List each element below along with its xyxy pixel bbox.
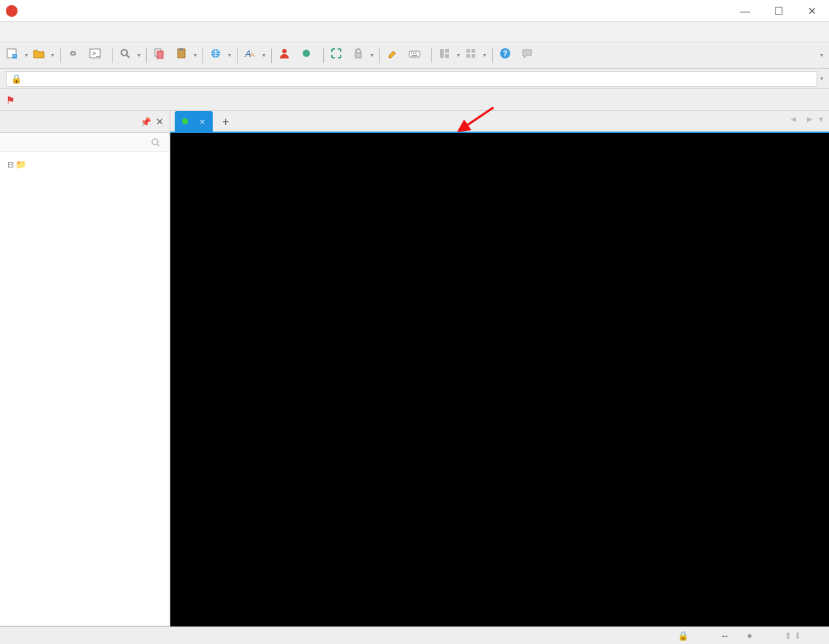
menu-view[interactable] <box>37 29 48 35</box>
link-icon[interactable] <box>67 47 84 64</box>
panel-header: 📌 ✕ <box>0 111 170 133</box>
svg-rect-21 <box>412 55 417 56</box>
lock-status-icon: 🔒 <box>678 631 689 641</box>
svg-line-32 <box>157 144 159 146</box>
copy-icon[interactable] <box>153 47 170 64</box>
terminal[interactable] <box>170 133 829 626</box>
tabbar: × + ◄ ► ▾ <box>170 111 829 133</box>
address-input[interactable]: 🔒 <box>6 71 817 87</box>
tab-close-icon[interactable]: × <box>200 116 205 127</box>
toolbar-overflow-icon[interactable]: ▾ <box>820 52 823 58</box>
menubar <box>0 22 829 42</box>
session-tree: ⊟ 📁 <box>0 152 170 626</box>
svg-text:>_: >_ <box>92 50 100 57</box>
record-icon[interactable] <box>300 47 317 64</box>
toolbar: +▾ ▾ >_ ▾ ▾ ▾ AA▾ ▾ ▾ ▾ ? ▾ <box>0 42 829 69</box>
svg-rect-19 <box>413 53 414 54</box>
svg-rect-18 <box>411 53 412 54</box>
chat-icon[interactable] <box>521 47 538 64</box>
svg-rect-17 <box>409 51 420 57</box>
menu-edit[interactable] <box>22 29 34 35</box>
tip-bar: ⚑ <box>0 89 829 111</box>
menu-window[interactable] <box>80 29 92 35</box>
svg-rect-22 <box>440 49 444 58</box>
font-icon[interactable]: AA <box>243 47 261 64</box>
flag-icon: ⚑ <box>6 94 15 106</box>
menu-file[interactable] <box>7 29 19 35</box>
tab-session[interactable]: × <box>175 111 213 132</box>
svg-rect-10 <box>179 48 183 50</box>
menu-tools[interactable] <box>51 29 63 35</box>
svg-rect-20 <box>415 53 417 54</box>
user-icon[interactable] <box>278 47 295 64</box>
svg-rect-26 <box>472 49 475 53</box>
panel-search[interactable] <box>0 133 170 152</box>
paste-icon[interactable] <box>175 47 192 64</box>
search-icon[interactable] <box>118 47 136 64</box>
pin-icon[interactable]: 📌 <box>140 117 151 127</box>
svg-text:A: A <box>250 51 254 58</box>
panel-close-icon[interactable]: ✕ <box>156 116 164 127</box>
tab-add-button[interactable]: + <box>216 113 236 132</box>
svg-rect-24 <box>445 54 449 58</box>
svg-rect-23 <box>445 49 449 53</box>
svg-point-31 <box>152 139 158 145</box>
open-session-icon[interactable] <box>32 47 50 64</box>
svg-line-33 <box>464 107 493 127</box>
expand-icon[interactable]: ⊟ <box>6 160 15 170</box>
folder-icon: 📁 <box>15 159 26 170</box>
globe-icon[interactable] <box>209 47 227 64</box>
titlebar: — ☐ ✕ <box>0 0 829 22</box>
svg-rect-25 <box>466 49 470 53</box>
lock-icon[interactable] <box>352 47 369 64</box>
svg-line-6 <box>126 55 129 58</box>
minimize-button[interactable]: — <box>728 0 762 22</box>
svg-rect-8 <box>157 51 163 58</box>
layout-icon[interactable] <box>438 47 455 64</box>
tree-root[interactable]: ⊟ 📁 <box>3 156 167 173</box>
statusbar: 🔒 ↔ ⌖ ⬆ ⬇ <box>0 626 829 644</box>
status-dot-icon <box>182 118 188 124</box>
svg-point-14 <box>282 49 287 53</box>
nav-arrows-icon[interactable]: ⬆ ⬇ <box>784 631 801 641</box>
svg-rect-16 <box>355 53 361 58</box>
help-icon[interactable]: ? <box>499 47 516 64</box>
close-button[interactable]: ✕ <box>795 0 829 22</box>
svg-text:?: ? <box>503 50 507 58</box>
search-small-icon <box>149 136 162 149</box>
content-area: × + ◄ ► ▾ <box>170 111 829 626</box>
svg-point-15 <box>303 50 310 57</box>
menu-tab[interactable] <box>66 29 77 35</box>
maximize-button[interactable]: ☐ <box>762 0 795 22</box>
svg-rect-28 <box>472 54 475 58</box>
new-session-icon[interactable]: + <box>6 47 23 64</box>
dimension-icon: ↔ <box>721 631 730 641</box>
address-dropdown-icon[interactable]: ▾ <box>820 75 823 82</box>
cursor-icon: ⌖ <box>747 631 752 641</box>
terminal-icon[interactable]: >_ <box>88 47 106 64</box>
tab-nav-icons[interactable]: ◄ ► ▾ <box>790 114 823 124</box>
address-bar: 🔒 ▾ <box>0 69 829 89</box>
session-manager-panel: 📌 ✕ ⊟ 📁 <box>0 111 170 626</box>
svg-text:+: + <box>13 53 17 59</box>
svg-rect-27 <box>466 54 470 58</box>
fullscreen-icon[interactable] <box>330 47 347 64</box>
app-icon <box>6 5 18 17</box>
keyboard-icon[interactable] <box>408 47 425 64</box>
menu-help[interactable] <box>95 29 107 35</box>
highlight-icon[interactable] <box>386 47 404 64</box>
grid-icon[interactable] <box>464 47 482 64</box>
svg-point-5 <box>121 50 127 56</box>
lock-small-icon: 🔒 <box>11 74 22 84</box>
